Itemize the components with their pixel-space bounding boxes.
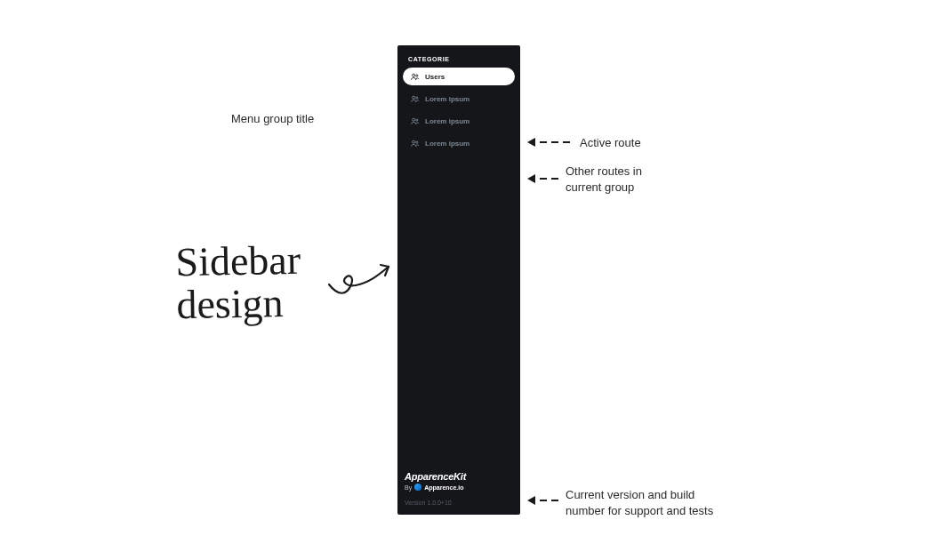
arrow-curvy-icon — [325, 253, 405, 302]
annotation-version-note: Current version and build number for sup… — [566, 487, 713, 518]
brand-byline: By Apparence.io — [405, 484, 513, 491]
sidebar-item-users[interactable]: Users — [403, 68, 515, 85]
svg-point-7 — [416, 141, 418, 143]
byline-prefix: By — [405, 484, 412, 491]
svg-point-3 — [416, 97, 418, 99]
svg-point-1 — [416, 75, 418, 76]
arrow-left-icon — [527, 138, 570, 147]
sidebar-category-title: CATEGORIE — [403, 56, 515, 62]
svg-point-0 — [413, 74, 415, 76]
svg-point-6 — [413, 140, 415, 143]
users-icon — [410, 94, 420, 104]
sidebar-item-lorem-3[interactable]: Lorem ipsum — [403, 134, 515, 152]
sidebar-item-label: Lorem ipsum — [425, 95, 469, 103]
arrow-left-icon — [527, 496, 558, 505]
sidebar-footer: ApparenceKit By Apparence.io Version 1.0… — [403, 471, 515, 508]
svg-point-5 — [416, 119, 418, 121]
sidebar-panel: CATEGORIE Users Lorem ipsum Lorem ipsum — [397, 45, 520, 515]
brand-name: ApparenceKit — [405, 471, 513, 482]
version-text: Version 1.0.0+10 — [405, 500, 513, 506]
sidebar-item-lorem-2[interactable]: Lorem ipsum — [403, 112, 515, 130]
byline-name: Apparence.io — [424, 484, 463, 491]
sidebar-spacer — [403, 156, 515, 471]
annotation-handwritten-title: Sidebar design — [175, 239, 301, 327]
sidebar-item-label: Lorem ipsum — [425, 140, 469, 148]
annotation-menu-group-title: Menu group title — [231, 111, 314, 127]
annotation-active-route: Active route — [580, 135, 641, 151]
svg-point-2 — [413, 96, 415, 99]
byline-logo-icon — [414, 484, 421, 491]
users-icon — [410, 139, 420, 148]
sidebar-item-label: Users — [425, 73, 445, 81]
svg-point-4 — [413, 118, 415, 121]
annotation-other-routes: Other routes in current group — [566, 164, 642, 195]
users-icon — [410, 72, 420, 82]
sidebar-item-lorem-1[interactable]: Lorem ipsum — [403, 90, 515, 108]
users-icon — [410, 116, 420, 126]
arrow-left-icon — [527, 174, 558, 183]
sidebar-item-label: Lorem ipsum — [425, 117, 469, 125]
